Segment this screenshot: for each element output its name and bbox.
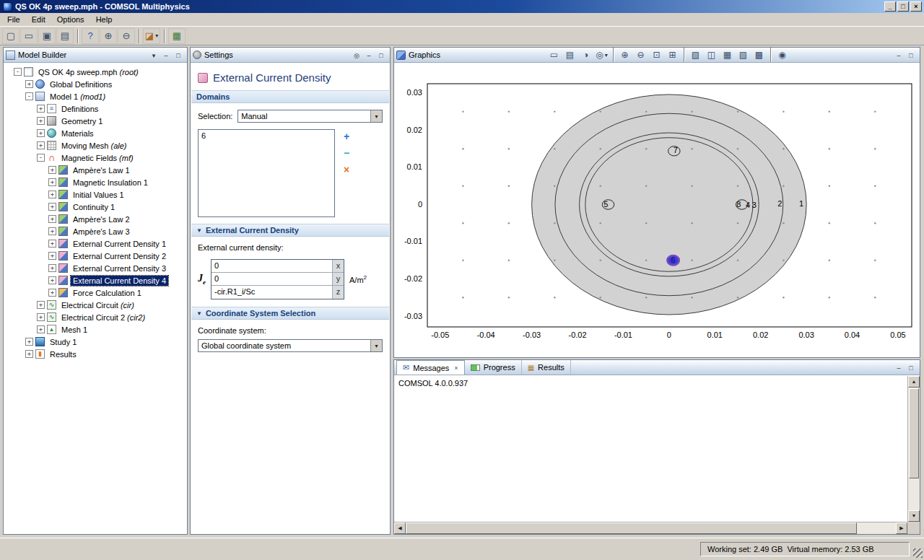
zoom-extents-button[interactable]: ⊞ — [665, 48, 680, 62]
je-y-input[interactable]: 0 — [212, 273, 333, 285]
rotate-view-button[interactable]: ◑ — [578, 48, 593, 62]
tree-item-initial-values-1[interactable]: +Initial Values 1 — [4, 188, 187, 201]
vertical-scroll-thumb[interactable] — [909, 388, 919, 478]
model-builder-minimize-button[interactable]: – — [161, 51, 171, 60]
coordinate-system-combobox[interactable]: Global coordinate system ▼ — [198, 339, 383, 352]
window-maximize-button[interactable]: □ — [897, 1, 909, 12]
view-menu-button[interactable]: ▾ — [149, 51, 159, 60]
visibility-button[interactable]: ◎▾ — [594, 48, 609, 62]
tree-item-external-current-density-3[interactable]: +External Current Density 3 — [4, 262, 187, 274]
scroll-down-icon[interactable]: ▼ — [908, 510, 920, 522]
tree-item-continuity-1[interactable]: +Continuity 1 — [4, 201, 187, 213]
zoom-box-button[interactable]: ⊡ — [649, 48, 664, 62]
transparency-button[interactable]: ▨ — [736, 48, 751, 62]
lock-view-button[interactable]: ◫ — [704, 48, 719, 62]
tree-item-study-1[interactable]: +Study 1 — [4, 336, 187, 348]
expand-toggle-icon[interactable]: + — [25, 80, 33, 88]
tree-item-electrical-circuit[interactable]: +Electrical Circuit (cir) — [4, 299, 187, 311]
graphics-minimize-button[interactable]: – — [894, 51, 904, 60]
tree-item-external-current-density-4[interactable]: +External Current Density 4 — [4, 274, 187, 286]
ecd-section-header[interactable]: ▼ External Current Density — [191, 224, 389, 237]
save-file-button[interactable]: ▣ — [38, 28, 56, 44]
image-export-button[interactable]: ▧ — [688, 48, 703, 62]
vertical-scrollbar[interactable]: ▲ ▼ — [907, 376, 920, 522]
messages-minimize-button[interactable]: – — [894, 363, 904, 372]
tree-item-magnetic-fields[interactable]: -Magnetic Fields (mf) — [4, 152, 187, 164]
menu-options[interactable]: Options — [51, 14, 90, 25]
wireframe-button[interactable]: ▩ — [751, 48, 767, 62]
tree-item-amp-re-s-law-2[interactable]: +Ampère's Law 2 — [4, 213, 187, 225]
tree-item-amp-re-s-law-1[interactable]: +Ampère's Law 1 — [4, 164, 187, 176]
graphics-maximize-button[interactable]: □ — [906, 51, 916, 60]
window-close-button[interactable]: × — [910, 1, 922, 12]
messages-maximize-button[interactable]: □ — [906, 363, 916, 372]
expand-toggle-icon[interactable]: + — [48, 289, 56, 297]
expand-toggle-icon[interactable]: + — [48, 276, 56, 284]
tree-item-model-1[interactable]: -Model 1 (mod1) — [4, 90, 187, 102]
resize-grip-icon[interactable] — [913, 548, 923, 558]
help-button[interactable]: ? — [82, 28, 99, 44]
close-tab-icon[interactable]: × — [454, 364, 458, 372]
plot-button[interactable]: ◪▾ — [143, 28, 160, 44]
settings-maximize-button[interactable]: □ — [376, 51, 386, 60]
expand-toggle-icon[interactable]: + — [37, 117, 45, 125]
scroll-up-icon[interactable]: ▲ — [908, 376, 920, 388]
expand-toggle-icon[interactable]: + — [48, 215, 56, 223]
tab-results[interactable]: ▦Results — [522, 360, 571, 375]
tree-item-qs-ok-4p-sweep-mph[interactable]: -QS OK 4p sweep.mph (root) — [4, 66, 187, 78]
menu-file[interactable]: File — [1, 14, 26, 25]
tab-messages[interactable]: ✉Messages× — [396, 360, 465, 375]
tree-item-external-current-density-1[interactable]: +External Current Density 1 — [4, 237, 187, 250]
tree-item-external-current-density-2[interactable]: +External Current Density 2 — [4, 250, 187, 262]
title-bar[interactable]: QS OK 4p sweep.mph - COMSOL Multiphysics… — [0, 0, 924, 13]
open-file-button[interactable]: ▭ — [20, 28, 38, 44]
collapse-toggle-icon[interactable]: - — [14, 68, 22, 76]
collapse-toggle-icon[interactable]: - — [37, 154, 45, 162]
menu-help[interactable]: Help — [90, 14, 118, 25]
select-mode-button[interactable]: ▭ — [546, 48, 562, 62]
tree-item-force-calculation-1[interactable]: +Force Calculation 1 — [4, 286, 187, 299]
coordinate-section-header[interactable]: ▼ Coordinate System Selection — [191, 307, 389, 320]
tree-item-geometry-1[interactable]: +Geometry 1 — [4, 115, 187, 127]
window-minimize-button[interactable]: _ — [884, 1, 896, 12]
domains-section-header[interactable]: Domains — [191, 90, 389, 103]
tree-item-amp-re-s-law-3[interactable]: +Ampère's Law 3 — [4, 225, 187, 237]
zoom-out-button[interactable]: ⊖ — [118, 28, 135, 44]
scroll-right-icon[interactable]: ▶ — [896, 522, 907, 534]
combo-arrow-icon[interactable]: ▼ — [370, 110, 382, 122]
tab-progress[interactable]: Progress — [465, 360, 522, 375]
plot-svg[interactable]: 12345786-0.05-0.04-0.03-0.02-0.0100.010.… — [394, 64, 920, 357]
expand-toggle-icon[interactable]: + — [48, 203, 56, 211]
mesh-button[interactable]: ▦ — [168, 28, 186, 44]
expand-toggle-icon[interactable]: + — [48, 264, 56, 272]
tree-item-mesh-1[interactable]: +Mesh 1 — [4, 323, 187, 336]
je-x-input[interactable]: 0 — [212, 260, 333, 272]
expand-toggle-icon[interactable]: + — [48, 240, 56, 248]
expand-toggle-icon[interactable]: + — [25, 338, 33, 346]
tree-item-results[interactable]: +Results — [4, 348, 187, 360]
domain-list[interactable]: 6 — [198, 129, 335, 217]
tree-item-materials[interactable]: +Materials — [4, 127, 187, 139]
expand-toggle-icon[interactable]: + — [37, 301, 45, 309]
zoom-in-button[interactable]: ⊕ — [100, 28, 117, 44]
model-builder-maximize-button[interactable]: □ — [173, 51, 183, 60]
snapshot-button[interactable]: ◉ — [775, 48, 790, 62]
je-z-input[interactable]: -cir.R1_i/Sc — [212, 286, 333, 299]
collapse-toggle-icon[interactable]: - — [25, 92, 33, 100]
expand-toggle-icon[interactable]: + — [37, 313, 45, 321]
show-axis-button[interactable]: ▤ — [562, 48, 578, 62]
expand-toggle-icon[interactable]: + — [48, 166, 56, 174]
expand-toggle-icon[interactable]: + — [48, 252, 56, 260]
tree-item-moving-mesh[interactable]: +Moving Mesh (ale) — [4, 139, 187, 152]
tree-item-definitions[interactable]: +Definitions — [4, 102, 187, 115]
domain-list-item[interactable]: 6 — [199, 131, 334, 142]
remove-domain-button[interactable]: − — [341, 148, 352, 159]
show-grid-button[interactable]: ▦ — [720, 48, 735, 62]
add-domain-button[interactable]: + — [341, 131, 352, 143]
print-button[interactable]: ▤ — [56, 28, 74, 44]
expand-toggle-icon[interactable]: + — [48, 191, 56, 198]
combo-arrow-icon[interactable]: ▼ — [370, 340, 382, 351]
scroll-left-icon[interactable]: ◀ — [394, 522, 406, 534]
tree-item-magnetic-insulation-1[interactable]: +Magnetic Insulation 1 — [4, 176, 187, 188]
expand-toggle-icon[interactable]: + — [37, 129, 45, 137]
